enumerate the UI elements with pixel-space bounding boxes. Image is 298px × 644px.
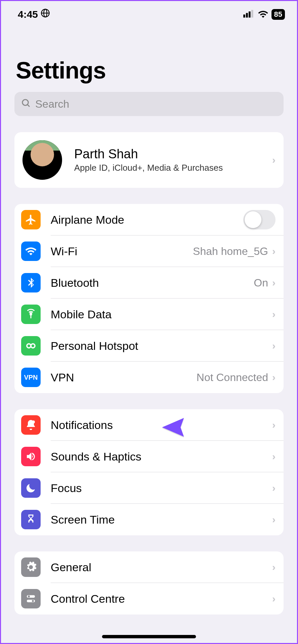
- svg-rect-5: [248, 11, 250, 17]
- chevron-right-icon: ›: [272, 246, 276, 257]
- hourglass-icon: [21, 510, 41, 529]
- notifications-label: Notifications: [51, 419, 272, 432]
- apple-id-row[interactable]: Parth Shah Apple ID, iCloud+, Media & Pu…: [14, 132, 284, 188]
- moon-icon: [21, 478, 41, 498]
- mobile-data-row[interactable]: Mobile Data ›: [14, 299, 284, 330]
- general-row[interactable]: General ›: [14, 551, 284, 583]
- vpn-value: Not Connected: [197, 371, 268, 384]
- vpn-row[interactable]: VPN VPN Not Connected ›: [14, 362, 284, 393]
- svg-point-11: [31, 344, 35, 348]
- mobile-data-label: Mobile Data: [51, 308, 272, 321]
- bluetooth-icon: [21, 273, 41, 292]
- hotspot-label: Personal Hotspot: [51, 339, 272, 353]
- vpn-icon: VPN: [21, 368, 41, 387]
- bluetooth-row[interactable]: Bluetooth On ›: [14, 267, 284, 299]
- svg-rect-6: [251, 10, 253, 17]
- vpn-label: VPN: [51, 371, 197, 384]
- chevron-right-icon: ›: [272, 419, 276, 431]
- screen-time-row[interactable]: Screen Time ›: [14, 504, 284, 535]
- avatar: [22, 140, 62, 180]
- status-bar: 4:45 85: [1, 1, 297, 23]
- chevron-right-icon: ›: [272, 482, 276, 494]
- general-label: General: [51, 561, 272, 574]
- home-indicator[interactable]: [102, 635, 196, 638]
- chevron-right-icon: ›: [272, 154, 276, 166]
- svg-point-7: [22, 100, 29, 106]
- chevron-right-icon: ›: [272, 340, 276, 352]
- globe-icon: [41, 8, 50, 20]
- screen-time-label: Screen Time: [51, 513, 272, 526]
- airplane-mode-label: Airplane Mode: [51, 213, 243, 226]
- svg-rect-3: [243, 14, 245, 17]
- signal-icon: [243, 9, 255, 20]
- svg-point-16: [32, 600, 34, 602]
- speaker-icon: [21, 447, 41, 466]
- page-title: Settings: [1, 23, 297, 92]
- control-centre-row[interactable]: Control Centre ›: [14, 583, 284, 614]
- bell-icon: [21, 415, 41, 435]
- svg-line-8: [28, 105, 30, 107]
- svg-rect-4: [246, 13, 248, 17]
- gear-icon: [21, 557, 41, 577]
- sounds-label: Sounds & Haptics: [51, 450, 272, 463]
- battery-indicator: 85: [271, 9, 285, 20]
- svg-point-9: [30, 314, 32, 315]
- chevron-right-icon: ›: [272, 372, 276, 383]
- search-field[interactable]: [14, 92, 284, 116]
- bluetooth-label: Bluetooth: [51, 276, 254, 289]
- airplane-mode-row[interactable]: Airplane Mode: [14, 204, 284, 235]
- search-input[interactable]: [35, 98, 277, 110]
- chevron-right-icon: ›: [272, 451, 276, 462]
- chevron-right-icon: ›: [272, 514, 276, 525]
- wifi-icon: [258, 9, 268, 20]
- header: Settings: [1, 23, 297, 92]
- search-icon: [21, 98, 31, 110]
- chevron-right-icon: ›: [272, 593, 276, 604]
- bluetooth-value: On: [254, 277, 268, 289]
- chevron-right-icon: ›: [272, 309, 276, 320]
- antenna-icon: [21, 305, 41, 324]
- hotspot-row[interactable]: Personal Hotspot ›: [14, 330, 284, 362]
- focus-label: Focus: [51, 482, 272, 495]
- notifications-row[interactable]: Notifications ›: [14, 409, 284, 441]
- wifi-row[interactable]: Wi-Fi Shah home_5G ›: [14, 235, 284, 267]
- chevron-right-icon: ›: [272, 277, 276, 288]
- svg-point-14: [28, 595, 30, 597]
- airplane-mode-toggle[interactable]: [243, 210, 276, 229]
- toggles-icon: [21, 589, 41, 608]
- wifi-row-icon: [21, 241, 41, 261]
- wifi-value: Shah home_5G: [193, 245, 268, 258]
- chevron-right-icon: ›: [272, 561, 276, 573]
- focus-row[interactable]: Focus ›: [14, 472, 284, 504]
- control-centre-label: Control Centre: [51, 592, 272, 605]
- svg-point-12: [32, 421, 35, 424]
- hotspot-icon: [21, 336, 41, 356]
- wifi-label: Wi-Fi: [51, 245, 193, 258]
- airplane-icon: [21, 210, 41, 229]
- status-time: 4:45: [18, 9, 38, 20]
- sounds-row[interactable]: Sounds & Haptics ›: [14, 441, 284, 472]
- account-name: Parth Shah: [74, 147, 272, 161]
- account-subtitle: Apple ID, iCloud+, Media & Purchases: [74, 163, 272, 173]
